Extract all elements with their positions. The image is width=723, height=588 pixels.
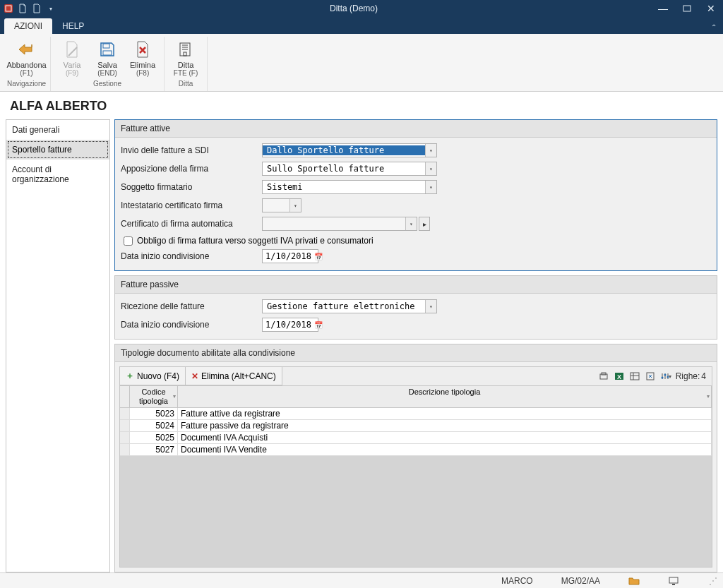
combo-soggetto[interactable]: Sistemi ▾: [262, 180, 437, 194]
chevron-down-icon[interactable]: ▾: [425, 162, 436, 175]
svg-rect-14: [631, 373, 639, 380]
table-row[interactable]: 5024 Fatture passive da registrare: [120, 420, 712, 432]
sidebar-item-account-organizzazione[interactable]: Account di organizzazione: [6, 160, 109, 189]
date-inizio-passive[interactable]: 1/10/2018 📅: [262, 318, 318, 332]
label-data-inizio-attive: Data inizio condivisione: [121, 251, 262, 261]
window-controls: — ✕: [651, 0, 723, 17]
ribbon-group-gestione: Varia (F9) Salva (END) Elimina (F8) Gest…: [51, 37, 165, 91]
save-icon: [97, 40, 117, 59]
grid-body: 5023 Fatture attive da registrare 5024 F…: [120, 408, 712, 567]
abbandona-button[interactable]: Abbandona (F1): [10, 38, 44, 78]
status-user: MARCO: [501, 576, 533, 586]
table-row[interactable]: 5025 Documenti IVA Acquisti: [120, 432, 712, 444]
label-obbligo-firma: Obbligo di firma fattura verso soggetti …: [137, 236, 374, 246]
grid-settings-icon[interactable]: ▾: [660, 371, 671, 382]
grid-tipologie: Codice tipologia ▾ Descrizione tipologia…: [119, 385, 712, 568]
grid-excel-icon[interactable]: X: [614, 371, 625, 382]
ditta-fte-button[interactable]: Ditta FTE (F): [169, 38, 203, 78]
ribbon-group-ditta: Ditta FTE (F) Ditta: [165, 37, 208, 91]
combo-certificato[interactable]: ▾: [262, 217, 417, 231]
svg-rect-2: [683, 6, 691, 11]
tabstrip: AZIONI HELP ⌃: [0, 17, 723, 34]
qa-dropdown-caret-icon[interactable]: ▾: [45, 3, 56, 14]
grid-header-handle: [120, 386, 130, 407]
salva-button[interactable]: Salva (END): [90, 38, 124, 78]
titlebar-quick-icons: ▾: [0, 3, 56, 14]
label-certificato: Certificato di firma automatica: [121, 219, 262, 229]
panel-header-passive: Fatture passive: [115, 276, 717, 294]
status-folder-icon[interactable]: [628, 575, 640, 587]
svg-point-19: [664, 374, 666, 376]
varia-button: Varia (F9): [55, 38, 89, 78]
table-row[interactable]: 5027 Documenti IVA Vendite: [120, 444, 712, 456]
status-resize-grip-icon[interactable]: ⋰: [707, 575, 719, 587]
panel-fatture-passive: Fatture passive Ricezione delle fatture …: [114, 275, 717, 340]
building-icon: [176, 40, 196, 59]
svg-rect-4: [103, 51, 112, 55]
ribbon-collapse-icon[interactable]: ⌃: [709, 20, 723, 34]
plus-icon: ＋: [126, 370, 134, 382]
tab-azioni[interactable]: AZIONI: [4, 18, 52, 34]
ribbon-group-label-gest: Gestione: [93, 80, 121, 90]
status-code: MG/02/AA: [561, 576, 600, 586]
qa-doc-dropdown-icon[interactable]: [31, 3, 42, 14]
elimina-button[interactable]: Elimina (F8): [126, 38, 160, 78]
chevron-down-icon[interactable]: ▾: [425, 144, 436, 157]
svg-rect-9: [184, 52, 186, 56]
sidebar: Dati generali Sportello fatture Account …: [6, 119, 110, 572]
certificato-browse-button[interactable]: ▸: [419, 217, 430, 231]
back-arrow-icon: [17, 40, 37, 59]
grid-header-codice[interactable]: Codice tipologia ▾: [130, 386, 178, 407]
rows-count: Righe: 4: [676, 371, 706, 381]
panel-fatture-attive: Fatture attive Invio delle fatture a SDI…: [114, 119, 717, 271]
label-ricezione: Ricezione delle fatture: [121, 301, 262, 311]
minimize-button[interactable]: —: [651, 0, 675, 17]
chevron-down-icon[interactable]: ▾: [425, 181, 436, 193]
delete-x-icon: ✕: [191, 371, 198, 381]
tab-help[interactable]: HELP: [52, 18, 94, 34]
grid-layout-icon[interactable]: [629, 371, 640, 382]
label-intestatario: Intestatario certificato firma: [121, 200, 262, 210]
ribbon-group-label-nav: Navigazione: [7, 80, 46, 90]
grid-header: Codice tipologia ▾ Descrizione tipologia…: [120, 386, 712, 408]
close-button[interactable]: ✕: [699, 0, 723, 17]
panel-header-attive: Fatture attive: [115, 120, 717, 138]
checkbox-obbligo-firma[interactable]: [124, 236, 133, 246]
svg-text:X: X: [617, 373, 621, 380]
combo-invio-sdi[interactable]: Dallo Sportello fatture ▾: [262, 143, 437, 157]
chevron-down-icon[interactable]: ▾: [405, 217, 417, 230]
elimina-row-button[interactable]: ✕ Elimina (Alt+CANC): [186, 367, 282, 385]
ribbon-group-label-ditta: Ditta: [179, 80, 193, 90]
sidebar-item-dati-generali[interactable]: Dati generali: [6, 120, 109, 140]
nuovo-button[interactable]: ＋ Nuovo (F4): [120, 367, 186, 385]
panel-tipologie: Tipologie documento abilitate alla condi…: [114, 344, 717, 572]
label-apposizione: Apposizione della firma: [121, 164, 262, 174]
window-title: Ditta (Demo): [56, 4, 651, 13]
calendar-icon[interactable]: 📅: [314, 318, 323, 331]
status-monitor-icon[interactable]: [668, 575, 679, 587]
main-area: Dati generali Sportello fatture Account …: [0, 119, 723, 572]
statusbar: MARCO MG/02/AA ⋰: [0, 572, 723, 588]
content-area: Fatture attive Invio delle fatture a SDI…: [114, 119, 717, 572]
grid-header-descrizione[interactable]: Descrizione tipologia ▾: [178, 386, 712, 407]
chevron-down-icon[interactable]: ▾: [289, 199, 301, 212]
delete-document-icon: [133, 40, 153, 59]
grid-expand-icon[interactable]: [645, 371, 656, 382]
combo-apposizione[interactable]: Sullo Sportello fatture ▾: [262, 162, 437, 176]
combo-ricezione[interactable]: Gestione fatture elettroniche ▾: [262, 299, 437, 313]
ribbon: Abbandona (F1) Navigazione Varia (F9) Sa…: [0, 34, 723, 92]
chevron-down-icon[interactable]: ▾: [425, 300, 436, 313]
date-inizio-attive[interactable]: 1/10/2018 📅: [262, 249, 318, 263]
table-row[interactable]: 5023 Fatture attive da registrare: [120, 408, 712, 420]
grid-print-icon[interactable]: [598, 371, 609, 382]
qa-doc-new-icon[interactable]: [17, 3, 28, 14]
ribbon-group-navigazione: Abbandona (F1) Navigazione: [3, 37, 51, 91]
page-title: ALFA ALBERTO: [0, 92, 723, 119]
chevron-down-icon[interactable]: ▾: [173, 393, 176, 400]
svg-rect-3: [103, 44, 109, 48]
chevron-down-icon[interactable]: ▾: [707, 393, 710, 400]
maximize-button[interactable]: [675, 0, 699, 17]
calendar-icon[interactable]: 📅: [314, 250, 323, 263]
combo-intestatario[interactable]: ▾: [262, 198, 301, 212]
sidebar-item-sportello-fatture[interactable]: Sportello fatture: [6, 140, 109, 160]
